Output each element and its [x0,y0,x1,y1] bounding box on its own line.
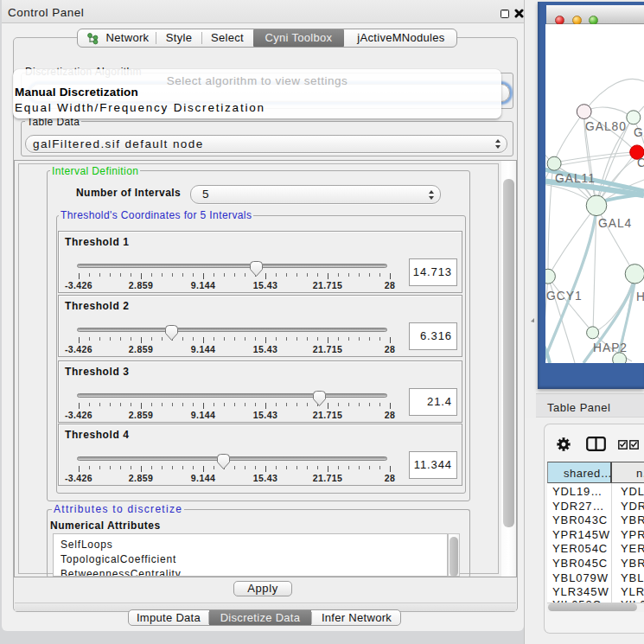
svg-text:GAL80: GAL80 [585,120,627,133]
svg-text:GAL4: GAL4 [598,217,632,230]
svg-text:C: C [637,156,644,169]
svg-text:H: H [636,290,644,303]
svg-text:HAP2: HAP2 [593,341,628,354]
svg-text:GA: GA [634,126,644,139]
svg-text:GAL11: GAL11 [555,172,596,185]
svg-text:GCY1: GCY1 [546,290,583,303]
